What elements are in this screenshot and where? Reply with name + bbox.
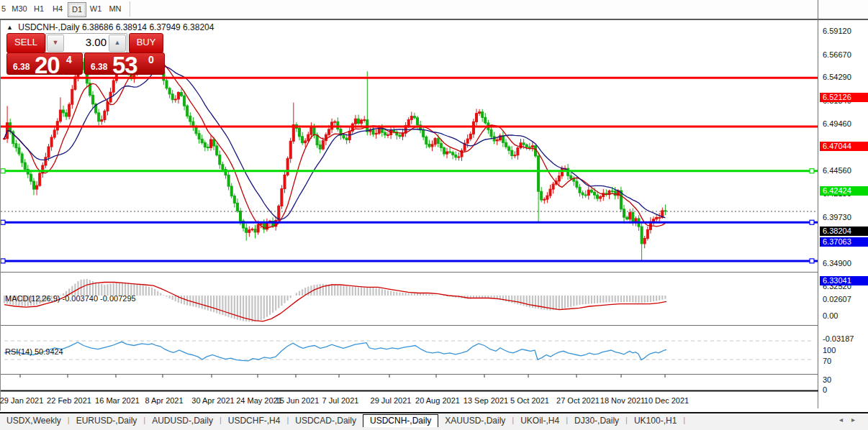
- candle: [292, 103, 294, 144]
- candle: [514, 151, 516, 158]
- line-handle[interactable]: [810, 220, 814, 224]
- candle: [482, 109, 484, 122]
- tab-usdcad-daily[interactable]: USDCAD-,Daily: [289, 414, 363, 428]
- candle: [502, 132, 504, 147]
- chart-title: ▲ USDCNH-,Daily 6.38686 6.38914 6.37949 …: [6, 22, 214, 32]
- candle: [174, 95, 176, 102]
- price-tick-label: 6.49460: [823, 119, 851, 128]
- candle: [201, 134, 203, 145]
- candle: [281, 185, 283, 209]
- candle: [620, 187, 622, 212]
- candle: [525, 143, 528, 150]
- candle: [351, 122, 353, 134]
- candle: [508, 145, 510, 155]
- candle: [74, 73, 76, 91]
- price-badge-6.52126: 6.52126: [820, 93, 868, 102]
- candle: [469, 132, 471, 141]
- price-tick-label: 6.59120: [823, 27, 851, 35]
- trade-panel-controls: SELL ▼ 3.00 ▲ BUY: [6, 33, 163, 52]
- candle: [177, 91, 179, 104]
- candle: [505, 139, 507, 149]
- candle: [233, 193, 235, 207]
- sell-price-point: 4: [66, 54, 72, 65]
- chart-symbol-label: USDCNH-,Daily: [18, 22, 79, 32]
- tab-usdx-weekly[interactable]: USDX,Weekly: [0, 414, 68, 428]
- tab-xauusd-daily[interactable]: XAUUSD-,Daily: [438, 414, 512, 428]
- sell-price-box[interactable]: 6.38 20 4: [6, 52, 83, 75]
- rsi-axis-label: 70: [823, 357, 831, 365]
- candle: [36, 181, 38, 196]
- candle: [413, 113, 415, 119]
- candle: [464, 139, 466, 152]
- tab-uk100-h1[interactable]: UK100-,H1: [628, 414, 683, 428]
- candle: [531, 142, 533, 152]
- candle: [538, 152, 540, 223]
- chart-ohlc-values: 6.38686 6.38914 6.37949 6.38204: [82, 22, 214, 32]
- candle: [171, 90, 173, 103]
- candle: [446, 148, 448, 159]
- candle: [319, 140, 321, 153]
- candle: [89, 79, 91, 97]
- tab-separator: |: [625, 416, 628, 424]
- candle: [431, 140, 433, 151]
- rsi-axis-label: 30: [823, 375, 831, 384]
- tab-scroll-arrows[interactable]: ◂▸: [839, 416, 864, 424]
- candle: [520, 139, 522, 150]
- buy-price-prefix: 6.38: [91, 62, 107, 72]
- candle: [576, 177, 578, 190]
- line-handle[interactable]: [810, 259, 814, 263]
- candle: [33, 178, 35, 195]
- line-handle[interactable]: [810, 169, 814, 173]
- candle: [543, 198, 546, 204]
- rsi-axis-label: 0: [823, 385, 827, 394]
- candle: [635, 216, 637, 227]
- price-tick-label: 6.39730: [823, 213, 851, 221]
- tab-audusd-daily[interactable]: AUDUSD-,Daily: [145, 414, 220, 428]
- volume-increase-button[interactable]: ▲: [109, 35, 126, 52]
- rsi-axis-label: 100: [823, 346, 836, 354]
- price-axis[interactable]: 6.591206.566706.542906.518406.494606.445…: [818, 20, 868, 408]
- candle: [646, 227, 648, 240]
- volume-input[interactable]: 3.00: [65, 35, 107, 50]
- candle: [254, 225, 256, 239]
- tab-separator: |: [512, 416, 514, 424]
- price-badge-6.38204: 6.38204: [820, 227, 868, 236]
- line-handle[interactable]: [1, 220, 5, 224]
- mt4-window: 5 M30 H1 H4 D1 W1 MN ▲ USDCNH-,Daily 6.3…: [0, 0, 868, 430]
- buy-price-box[interactable]: 6.38 53 0: [84, 52, 165, 75]
- candle: [528, 143, 530, 151]
- line-handle[interactable]: [1, 169, 5, 173]
- tab-ukoil-h4[interactable]: UKOil-,H4: [514, 414, 566, 428]
- line-handle[interactable]: [1, 259, 5, 263]
- candle: [204, 140, 206, 151]
- buy-button[interactable]: BUY: [129, 33, 163, 53]
- candle: [546, 192, 548, 203]
- candle: [659, 213, 661, 221]
- sell-button[interactable]: SELL: [6, 33, 45, 53]
- candle: [59, 97, 61, 123]
- candle: [225, 167, 227, 179]
- chart-window[interactable]: ▲ USDCNH-,Daily 6.38686 6.38914 6.37949 …: [0, 20, 868, 411]
- candle: [207, 144, 209, 151]
- candle: [302, 132, 304, 145]
- candle: [6, 106, 9, 142]
- candle: [184, 91, 186, 110]
- candle: [641, 222, 643, 260]
- candle: [198, 130, 200, 144]
- tab-usdcnh-daily-active[interactable]: USDCNH-,Daily: [363, 414, 438, 429]
- volume-decrease-button[interactable]: ▼: [47, 35, 64, 52]
- candle: [552, 182, 554, 193]
- candle: [517, 147, 519, 160]
- tab-scroll-right-icon: ▸: [851, 416, 864, 424]
- candle: [584, 191, 587, 198]
- collapse-triangle-icon[interactable]: ▲: [6, 24, 13, 31]
- tab-usdchf-h4[interactable]: USDCHF-,H4: [222, 414, 287, 428]
- candle: [582, 191, 584, 198]
- candle: [243, 219, 245, 232]
- candle: [101, 116, 103, 125]
- sell-price-prefix: 6.38: [13, 62, 30, 72]
- tab-dj30-daily[interactable]: DJ30-,Daily: [568, 414, 625, 428]
- tab-eurusd-daily[interactable]: EURUSD-,Daily: [70, 414, 144, 428]
- candle: [219, 150, 221, 169]
- candle: [68, 102, 71, 119]
